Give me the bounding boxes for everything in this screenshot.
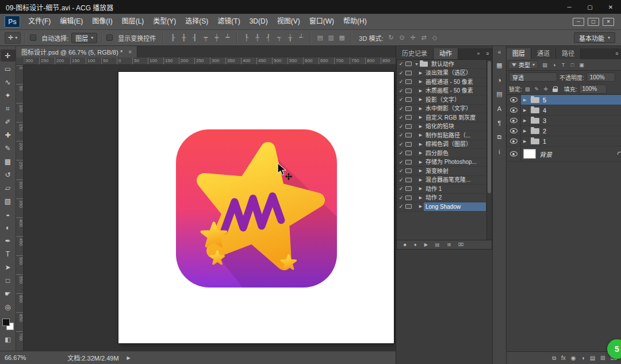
current-tool-chip[interactable]: ✛ ▾ (5, 32, 21, 44)
layer-mask-icon[interactable]: ◉ (571, 355, 576, 361)
expander-icon[interactable] (417, 133, 424, 137)
expander-icon[interactable] (413, 62, 420, 66)
3d-slide-icon[interactable]: ⇄ (419, 33, 429, 43)
auto-align-icon[interactable]: ▤ (315, 33, 325, 43)
menu-item[interactable]: 图层(L) (117, 14, 149, 29)
expander-icon[interactable] (417, 89, 424, 93)
expander-icon[interactable] (523, 139, 528, 144)
zoom-tool[interactable]: ◎ (1, 301, 16, 313)
action-check-icon[interactable] (397, 159, 405, 165)
distribute-left-icon[interactable]: ┞ (241, 33, 251, 43)
link-layers-icon[interactable]: ⧉ (552, 355, 556, 362)
brush-tool[interactable]: ✎ (1, 142, 16, 154)
distribute-bottom-icon[interactable]: ┵ (296, 33, 306, 43)
maximize-button[interactable]: ▢ (580, 0, 600, 14)
layer-row[interactable]: 2 (507, 126, 621, 136)
expander-icon[interactable] (417, 115, 424, 120)
gradient-tool[interactable]: ▧ (1, 195, 16, 207)
action-row[interactable]: 熔化的铅块 (397, 122, 492, 132)
type-tool[interactable]: T (1, 248, 16, 260)
visibility-toggle[interactable] (507, 105, 521, 115)
layer-effects-icon[interactable]: fx (561, 355, 566, 361)
action-check-icon[interactable] (397, 106, 405, 112)
action-dialog-toggle[interactable] (405, 204, 412, 209)
expander-icon[interactable] (417, 178, 424, 182)
visibility-toggle[interactable] (507, 116, 521, 125)
healing-brush-tool[interactable]: ✚ (1, 129, 16, 141)
3d-roll-icon[interactable]: ⊙ (397, 33, 407, 43)
menu-item[interactable]: 图像(I) (87, 14, 117, 29)
lock-position-icon[interactable]: ✛ (542, 85, 550, 93)
panel-tab[interactable]: 通道 (531, 48, 556, 59)
3d-scale-icon[interactable]: ◇ (430, 33, 440, 43)
layer-row[interactable]: 1 (507, 136, 621, 147)
expander-icon[interactable] (417, 124, 424, 129)
crop-tool[interactable]: ⌗ (1, 102, 16, 114)
action-row[interactable]: 画框通道 - 50 像素 (397, 78, 492, 87)
canvas-area[interactable] (24, 65, 396, 351)
visibility-toggle[interactable] (507, 95, 521, 105)
action-check-icon[interactable] (397, 79, 405, 85)
opacity-dropdown[interactable]: 100% (586, 72, 615, 82)
swatches-panel-icon[interactable]: ▦ (494, 61, 505, 70)
filter-smart-objects-icon[interactable]: ▣ (577, 60, 586, 69)
visibility-toggle[interactable] (507, 126, 521, 136)
styles-panel-icon[interactable]: ▤ (494, 90, 505, 98)
actions-scrollbar[interactable] (486, 60, 492, 240)
record-icon[interactable]: ● (414, 242, 417, 247)
menu-item[interactable]: 滤镜(T) (213, 14, 244, 29)
action-dialog-toggle[interactable] (405, 124, 412, 129)
lock-transparent-icon[interactable]: ▨ (524, 85, 531, 93)
history-brush-tool[interactable]: ↺ (1, 168, 16, 181)
action-dialog-toggle[interactable] (405, 79, 412, 84)
action-dialog-toggle[interactable] (405, 71, 412, 75)
distribute-right-icon[interactable]: ┦ (263, 33, 273, 43)
action-row[interactable]: 四分颜色 (397, 149, 492, 158)
action-row[interactable]: 动作 2 (397, 194, 492, 203)
action-dialog-toggle[interactable] (405, 186, 412, 191)
expander-icon[interactable] (523, 108, 528, 113)
action-dialog-toggle[interactable] (405, 151, 412, 155)
action-check-icon[interactable] (397, 177, 405, 183)
action-row[interactable]: 存储为 Photoshop... (397, 158, 492, 167)
align-right-edges-icon[interactable]: ┨ (190, 33, 200, 43)
panel-tab[interactable]: 路径 (556, 48, 581, 59)
expander-icon[interactable] (417, 151, 424, 155)
filter-type-layers-icon[interactable]: T (559, 60, 568, 69)
paragraph-panel-icon[interactable]: ¶ (494, 118, 505, 127)
expander-icon[interactable] (523, 118, 528, 123)
play-icon[interactable]: ▶ (424, 242, 428, 247)
menu-item[interactable]: 3D(D) (245, 14, 273, 29)
clone-stamp-tool[interactable]: ▩ (1, 155, 16, 167)
app-close-button[interactable]: ✕ (603, 18, 614, 26)
layer-thumbnail[interactable] (523, 149, 536, 159)
expander-icon[interactable] (417, 97, 424, 102)
distribute-vertical-icon[interactable]: ╁ (285, 33, 295, 43)
quick-selection-tool[interactable]: ✦ (1, 89, 16, 101)
align-horizontal-centers-icon[interactable]: ╂ (179, 33, 189, 43)
action-dialog-toggle[interactable] (405, 106, 412, 111)
align-bottom-edges-icon[interactable]: ┷ (223, 33, 232, 43)
panel-collapse-icon[interactable]: » (474, 48, 483, 59)
menu-item[interactable]: 选择(S) (181, 14, 213, 29)
layer-row[interactable]: 3 (507, 116, 621, 126)
action-check-icon[interactable] (397, 124, 405, 129)
action-row[interactable]: 棕褐色调（图层） (397, 140, 492, 150)
workspace-switcher[interactable]: 基本功能 ▾ (574, 32, 615, 43)
3d-rotate-icon[interactable]: ↻ (386, 33, 396, 43)
3d-drag-icon[interactable]: ✛ (408, 33, 418, 43)
lock-all-icon[interactable] (551, 85, 559, 93)
clone-source-panel-icon[interactable]: ⧉ (494, 133, 505, 141)
expander-icon[interactable] (417, 168, 424, 173)
blur-tool[interactable]: ◒ (1, 208, 16, 220)
action-dialog-toggle[interactable] (405, 168, 412, 173)
expander-icon[interactable] (417, 79, 424, 84)
shape-tool[interactable]: □ (1, 274, 16, 286)
expander-icon[interactable] (417, 142, 424, 147)
auto-select-dropdown[interactable]: 图层 ▾ (71, 33, 97, 43)
action-dialog-toggle[interactable] (405, 115, 412, 120)
filter-shape-layers-icon[interactable]: □ (568, 60, 577, 69)
expander-icon[interactable] (523, 129, 528, 133)
action-dialog-toggle[interactable] (405, 62, 412, 66)
action-row[interactable]: 默认动作 (397, 60, 492, 69)
